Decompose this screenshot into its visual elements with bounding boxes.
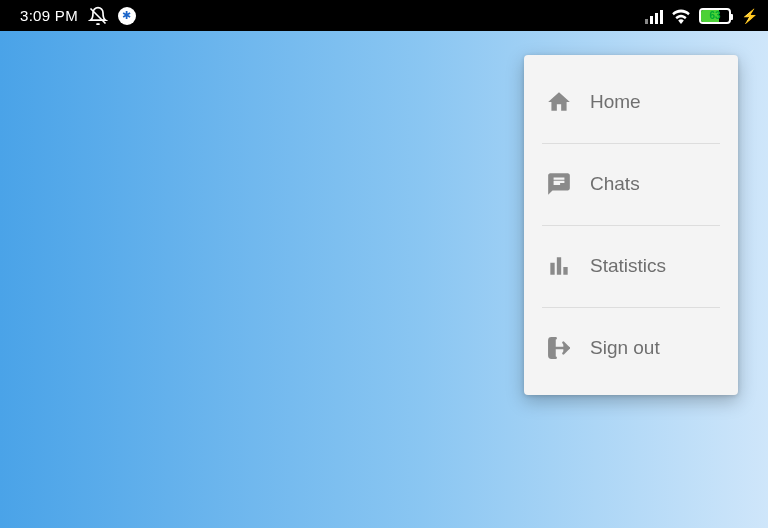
chat-icon <box>546 171 572 197</box>
menu-item-home[interactable]: Home <box>524 61 738 143</box>
status-right: 63 ⚡ <box>645 8 758 24</box>
popup-menu: Home Chats Statistics Sign out <box>524 55 738 395</box>
menu-label: Statistics <box>590 255 666 277</box>
home-icon <box>546 89 572 115</box>
clock: 3:09 PM <box>20 7 78 24</box>
menu-item-signout[interactable]: Sign out <box>524 307 738 389</box>
statistics-icon <box>546 253 572 279</box>
cellular-signal-icon <box>645 8 663 24</box>
battery-percent: 63 <box>701 10 729 21</box>
menu-label: Home <box>590 91 641 113</box>
menu-item-chats[interactable]: Chats <box>524 143 738 225</box>
wifi-icon <box>671 8 691 24</box>
status-bar: 3:09 PM ✱ 63 ⚡ <box>0 0 768 31</box>
menu-label: Sign out <box>590 337 660 359</box>
battery-icon: 63 <box>699 8 731 24</box>
notifications-muted-icon <box>88 6 108 26</box>
menu-label: Chats <box>590 173 640 195</box>
menu-item-statistics[interactable]: Statistics <box>524 225 738 307</box>
charging-icon: ⚡ <box>741 8 758 24</box>
signout-icon <box>546 335 572 361</box>
settings-badge-icon: ✱ <box>118 7 136 25</box>
status-left: 3:09 PM ✱ <box>20 6 136 26</box>
